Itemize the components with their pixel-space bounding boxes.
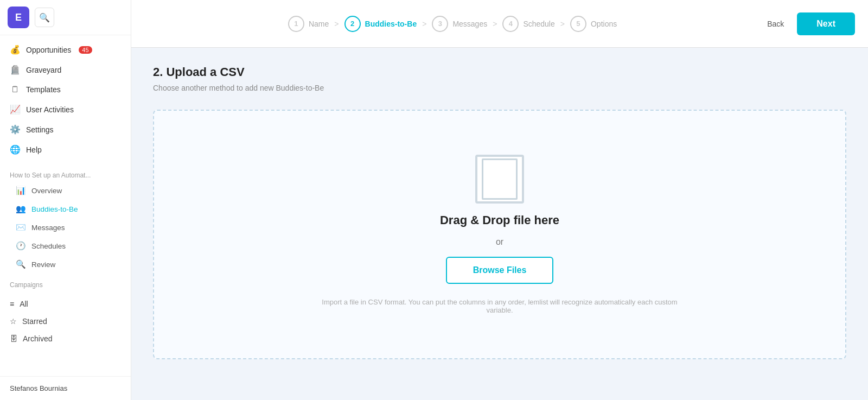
step-circle-3: 3 (432, 16, 448, 32)
search-button[interactable]: 🔍 (35, 8, 54, 27)
section-subtitle: Choose another method to add new Buddies… (153, 84, 846, 92)
drop-zone[interactable]: Drag & Drop file here or Browse Files Im… (153, 110, 846, 359)
step-arrow-3: > (493, 20, 497, 28)
all-icon: ≡ (10, 300, 14, 308)
step-arrow-4: > (560, 20, 565, 28)
help-icon: 🌐 (10, 144, 21, 155)
user-activities-icon: 📈 (10, 104, 21, 115)
campaign-item-archived[interactable]: 🗄 Archived (0, 330, 131, 347)
sidebar-nav: 💰 Opportunities 45 🪦 Graveyard 🗒 Templat… (0, 35, 131, 164)
overview-icon: 📊 (15, 186, 26, 195)
automation-items: 📊 Overview 👥 Buddies-to-Be ✉️ Messages 🕐… (0, 181, 131, 274)
buddies-icon: 👥 (15, 204, 26, 214)
sidebar-top: E 🔍 (0, 0, 131, 35)
back-button[interactable]: Back (761, 15, 790, 33)
messages-icon: ✉️ (15, 223, 26, 232)
step-arrow-1: > (334, 20, 339, 28)
topbar-actions: Back Next (761, 12, 855, 35)
drag-drop-text: Drag & Drop file here (440, 213, 559, 227)
schedules-icon: 🕐 (15, 241, 26, 251)
main-area: 1 Name > 2 Buddies-to-Be > 3 Messages > … (131, 0, 868, 400)
sidebar-item-user-activities[interactable]: 📈 User Activities (0, 99, 131, 119)
review-icon: 🔍 (15, 259, 26, 269)
step-buddies: 2 Buddies-to-Be (344, 16, 417, 32)
file-icon (475, 155, 524, 204)
logo: E (8, 7, 29, 28)
sidebar-item-graveyard[interactable]: 🪦 Graveyard (0, 60, 131, 80)
step-circle-1: 1 (288, 16, 304, 32)
step-arrow-2: > (422, 20, 426, 28)
content-area: 2. Upload a CSV Choose another method to… (131, 48, 868, 400)
sidebar-item-opportunities[interactable]: 💰 Opportunities 45 (0, 40, 131, 60)
settings-icon: ⚙️ (10, 124, 21, 135)
campaign-item-all[interactable]: ≡ All (0, 295, 131, 313)
sidebar-user[interactable]: Stefanos Bournias (0, 376, 131, 400)
sidebar-item-templates[interactable]: 🗒 Templates (0, 80, 131, 99)
browse-files-button[interactable]: Browse Files (446, 257, 554, 284)
wizard-steps: 1 Name > 2 Buddies-to-Be > 3 Messages > … (144, 16, 761, 32)
graveyard-icon: 🪦 (10, 65, 21, 75)
campaign-item-starred[interactable]: ☆ Starred (0, 313, 131, 330)
section-title: 2. Upload a CSV (153, 65, 846, 79)
import-hint: Import a file in CSV format. You can put… (310, 298, 690, 314)
campaigns-section: ≡ All ☆ Starred 🗄 Archived (0, 291, 131, 352)
opportunities-badge: 45 (79, 46, 92, 54)
campaigns-section-title: Campaigns (0, 274, 131, 291)
starred-icon: ☆ (10, 317, 17, 326)
sidebar-item-review[interactable]: 🔍 Review (0, 255, 131, 274)
step-circle-5: 5 (570, 16, 586, 32)
opportunities-icon: 💰 (10, 45, 21, 55)
sidebar-item-help[interactable]: 🌐 Help (0, 139, 131, 160)
sidebar-item-settings[interactable]: ⚙️ Settings (0, 119, 131, 139)
step-options: 5 Options (570, 16, 617, 32)
topbar: 1 Name > 2 Buddies-to-Be > 3 Messages > … (131, 0, 868, 48)
sidebar: E 🔍 💰 Opportunities 45 🪦 Graveyard 🗒 Tem… (0, 0, 131, 400)
automation-section-title: How to Set up an Automat... (0, 164, 131, 181)
templates-icon: 🗒 (10, 85, 21, 94)
next-button[interactable]: Next (797, 12, 855, 35)
step-circle-2: 2 (344, 16, 361, 32)
step-name: 1 Name (288, 16, 329, 32)
step-schedule: 4 Schedule (502, 16, 554, 32)
step-circle-4: 4 (502, 16, 519, 32)
step-messages: 3 Messages (432, 16, 487, 32)
or-text: or (496, 237, 503, 247)
sidebar-item-buddies[interactable]: 👥 Buddies-to-Be (0, 200, 131, 218)
sidebar-item-schedules[interactable]: 🕐 Schedules (0, 237, 131, 255)
sidebar-item-messages[interactable]: ✉️ Messages (0, 218, 131, 237)
sidebar-item-overview[interactable]: 📊 Overview (0, 181, 131, 200)
archived-icon: 🗄 (10, 334, 17, 343)
